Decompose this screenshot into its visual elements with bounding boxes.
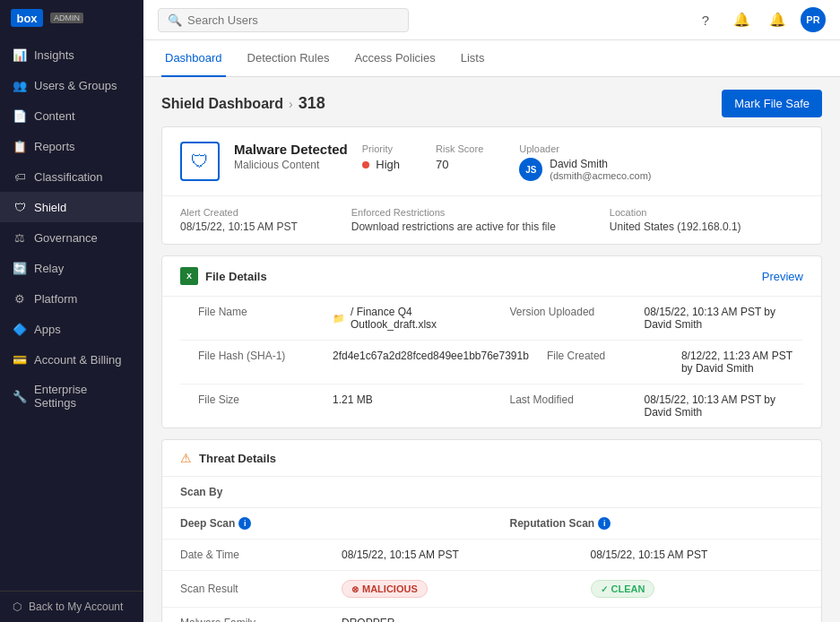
sidebar-item-enterprise-settings[interactable]: 🔧 Enterprise Settings	[0, 375, 143, 418]
sidebar-item-classification[interactable]: 🏷 Classification	[0, 161, 143, 192]
malicious-badge: ⊗ MALICIOUS	[342, 580, 428, 598]
scan-by-row: Scan By	[162, 477, 821, 508]
sidebar-item-governance[interactable]: ⚖ Governance	[0, 222, 143, 253]
back-icon: ⬡	[13, 600, 22, 613]
version-uploaded-right: Version Uploaded 08/15/22, 10:13 AM PST …	[492, 297, 804, 340]
users-icon: 👥	[13, 78, 27, 92]
alert-title: Malware Detected	[234, 142, 348, 157]
priority-dot	[362, 161, 369, 168]
tab-dashboard[interactable]: Dashboard	[161, 40, 226, 77]
back-to-account-link[interactable]: ⬡ Back to My Account	[13, 600, 131, 613]
sidebar-item-shield[interactable]: 🛡 Shield	[0, 192, 143, 222]
version-uploaded-label: Version Uploaded	[510, 306, 636, 318]
reputation-scan-info-icon[interactable]: i	[598, 517, 611, 530]
file-size-label: File Size	[198, 393, 324, 406]
sidebar-item-label: Apps	[34, 323, 61, 336]
deep-scan-header: Deep Scan i	[162, 508, 492, 539]
sidebar-item-apps[interactable]: 🔷 Apps	[0, 314, 143, 344]
risk-score-label: Risk Score	[436, 143, 483, 154]
sidebar-bottom: ⬡ Back to My Account	[0, 591, 143, 622]
last-modified-right: Last Modified 08/15/22, 10:13 AM PST by …	[492, 384, 804, 428]
box-logo: box	[11, 9, 43, 27]
enforced-label: Enforced Restrictions	[351, 207, 556, 218]
threat-details-header: ⚠ Threat Details	[162, 440, 821, 477]
alert-icon-box: 🛡	[180, 142, 220, 181]
platform-icon: ⚙	[13, 291, 27, 306]
bell-icon[interactable]: 🔔	[729, 7, 754, 32]
sidebar-item-reports[interactable]: 📋 Reports	[0, 131, 143, 161]
file-hash-value: 2fd4e1c67a2d28fced849ee1bb76e7391b	[333, 350, 529, 362]
sidebar-item-platform[interactable]: ⚙ Platform	[0, 283, 143, 314]
alert-subtitle: Malicious Content	[234, 159, 348, 171]
malware-family-right: —	[573, 608, 822, 622]
user-avatar[interactable]: PR	[801, 7, 826, 32]
sidebar-item-label: Users & Groups	[34, 79, 117, 92]
content-area: Shield Dashboard › 318 Mark File Safe 🛡 …	[143, 77, 840, 622]
file-details-header: X File Details Preview	[162, 256, 821, 297]
search-icon: 🔍	[168, 13, 182, 27]
help-icon[interactable]: ?	[693, 7, 718, 32]
topbar-actions: ? 🔔 🔔 PR	[693, 7, 826, 32]
insights-icon: 📊	[13, 48, 27, 62]
shield-icon: 🛡	[13, 200, 27, 214]
sidebar-item-label: Reports	[34, 140, 75, 153]
alert-created-label: Alert Created	[180, 207, 298, 218]
sidebar-item-label: Account & Billing	[34, 353, 122, 367]
deep-scan-info-icon[interactable]: i	[238, 517, 251, 530]
folder-icon: 📁	[333, 313, 345, 324]
file-name-row: File Name 📁 / Finance Q4 Outlook_draft.x…	[180, 297, 803, 341]
scan-result-row: Scan Result ⊗ MALICIOUS ✓ CLEAN	[162, 571, 821, 608]
billing-icon: 💳	[13, 352, 27, 367]
main-content: 🔍 ? 🔔 🔔 PR Dashboard Detection Rules Acc…	[143, 0, 840, 622]
settings-icon: 🔧	[13, 389, 27, 403]
governance-icon: ⚖	[13, 230, 27, 245]
sidebar-item-users-groups[interactable]: 👥 Users & Groups	[0, 70, 143, 100]
alert-footer: Alert Created 08/15/22, 10:15 AM PST Enf…	[162, 195, 821, 244]
tab-detection-rules[interactable]: Detection Rules	[244, 40, 333, 77]
priority-label: Priority	[362, 143, 400, 154]
apps-icon: 🔷	[13, 322, 27, 336]
scan-type-header-row: Deep Scan i Reputation Scan i	[162, 508, 821, 540]
last-modified-value: 08/15/22, 10:13 AM PST by David Smith	[645, 393, 804, 419]
priority-value: High	[362, 158, 400, 171]
file-details-header-left: X File Details	[180, 267, 267, 285]
relay-icon: 🔄	[13, 261, 27, 275]
file-details-card: X File Details Preview File Name 📁 / Fin…	[161, 255, 822, 428]
sidebar-nav: 📊 Insights 👥 Users & Groups 📄 Content 📋 …	[0, 36, 143, 591]
sidebar-item-label: Classification	[34, 170, 103, 184]
alert-info: Malware Detected Malicious Content	[234, 142, 348, 171]
sidebar: box ADMIN 📊 Insights 👥 Users & Groups 📄 …	[0, 0, 143, 622]
tab-access-policies[interactable]: Access Policies	[351, 40, 438, 77]
preview-link[interactable]: Preview	[762, 270, 803, 283]
breadcrumb-separator: ›	[289, 97, 293, 111]
notification-icon[interactable]: 🔔	[765, 7, 790, 32]
tabs: Dashboard Detection Rules Access Policie…	[143, 40, 840, 77]
location-value: United States (192.168.0.1)	[610, 220, 741, 233]
breadcrumb: Shield Dashboard › 318	[161, 94, 325, 113]
sidebar-item-content[interactable]: 📄 Content	[0, 100, 143, 131]
clean-badge: ✓ CLEAN	[591, 580, 655, 598]
file-size-left: File Size 1.21 MB	[180, 384, 492, 428]
tab-lists[interactable]: Lists	[457, 40, 489, 77]
file-created-value: 8/12/22, 11:23 AM PST by David Smith	[681, 350, 803, 375]
scan-by-label-left: Scan By	[162, 477, 492, 507]
scan-result-left: ⊗ MALICIOUS	[324, 571, 573, 607]
alert-created-value: 08/15/22, 10:15 AM PST	[180, 220, 298, 233]
search-input[interactable]	[187, 13, 399, 27]
file-hash-left: File Hash (SHA-1) 2fd4e1c67a2d28fced849e…	[180, 341, 529, 384]
uploader-row: JS David Smith (dsmith@acmeco.com)	[519, 158, 651, 181]
uploader-info: David Smith (dsmith@acmeco.com)	[550, 158, 651, 181]
mark-safe-button[interactable]: Mark File Safe	[722, 90, 822, 117]
date-time-row: Date & Time 08/15/22, 10:15 AM PST 08/15…	[162, 540, 821, 571]
reputation-scan-header: Reputation Scan i	[492, 508, 822, 539]
alert-meta: Priority High Risk Score 70 Uploader J	[362, 142, 803, 181]
file-name-left: File Name 📁 / Finance Q4 Outlook_draft.x…	[180, 297, 492, 340]
file-details-title: File Details	[205, 270, 267, 283]
sidebar-item-relay[interactable]: 🔄 Relay	[0, 253, 143, 283]
search-box[interactable]: 🔍	[158, 8, 409, 32]
page-header: Shield Dashboard › 318 Mark File Safe	[143, 77, 840, 126]
malware-family-value: DROPPER	[324, 608, 573, 622]
sidebar-item-insights[interactable]: 📊 Insights	[0, 39, 143, 70]
sidebar-item-account-billing[interactable]: 💳 Account & Billing	[0, 344, 143, 375]
date-time-label: Date & Time	[162, 540, 324, 570]
